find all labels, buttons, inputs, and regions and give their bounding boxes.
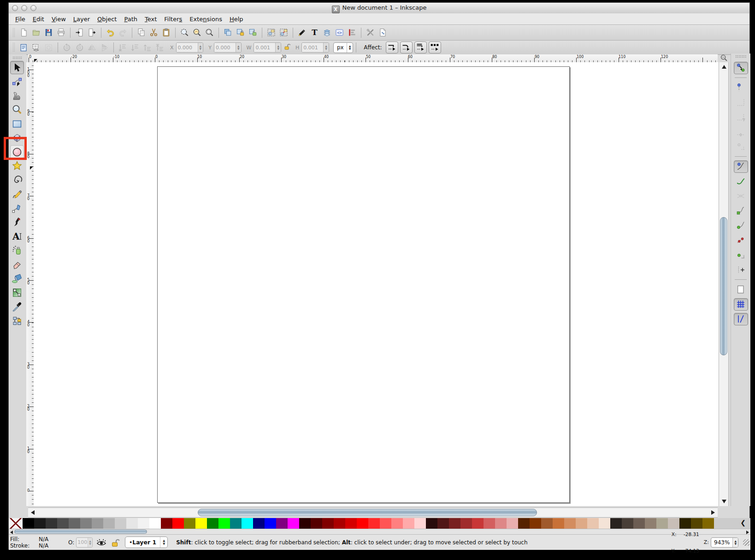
color-swatch[interactable] [391,518,403,529]
color-swatch[interactable] [345,518,357,529]
color-swatch[interactable] [645,518,656,529]
scale-corners-toggle[interactable] [400,41,413,53]
copy-button[interactable] [136,27,147,38]
x-field[interactable]: 0.000▲▼ [176,42,204,53]
spray-tool[interactable] [10,244,24,257]
connector-tool[interactable] [10,314,24,327]
ungroup-button[interactable] [278,27,289,38]
zoom-page-button[interactable] [204,27,215,38]
preferences-button[interactable] [365,27,376,38]
calligraphy-tool[interactable] [10,216,24,229]
align-dialog-button[interactable] [346,27,358,38]
stepper-icon[interactable]: ▲▼ [275,43,281,52]
open-document-button[interactable] [30,27,42,38]
color-swatch[interactable] [702,518,714,529]
color-swatch[interactable] [472,518,484,529]
create-clone-button[interactable] [235,27,246,38]
tweak-tool[interactable] [10,89,24,102]
scroll-left-arrow[interactable] [31,510,35,515]
duplicate-button[interactable] [222,27,234,38]
no-color-swatch[interactable] [9,518,23,529]
zoom-field[interactable]: 943%▲▼ [711,537,738,548]
titlebar[interactable]: XNew document 1 – Inkscape [9,3,749,14]
canvas[interactable] [34,62,719,506]
select-all-layers-button[interactable] [30,42,42,53]
paint-bucket-tool[interactable] [10,272,24,285]
menu-object[interactable]: Object [94,15,120,24]
color-swatch[interactable] [195,518,207,529]
lock-ratio-icon[interactable] [283,43,292,52]
width-field[interactable]: 0.001▲▼ [254,42,281,53]
color-swatch[interactable] [656,518,668,529]
unlink-clone-button[interactable] [247,27,259,38]
move-gradients-toggle[interactable] [414,41,427,53]
zoom-drawing-button[interactable] [191,27,203,38]
stepper-icon[interactable]: ▲▼ [323,43,329,52]
stepper-icon[interactable]: ▲▼ [732,538,738,547]
layers-dialog-button[interactable] [321,27,333,38]
snap-nodes-toggle[interactable] [734,160,748,173]
color-swatch[interactable] [576,518,587,529]
scroll-up-arrow[interactable] [722,65,726,69]
document-page[interactable] [157,66,570,503]
color-swatch[interactable] [288,518,299,529]
color-swatch[interactable] [172,518,184,529]
menu-extensions[interactable]: Extensions [186,15,226,24]
toolbox-grip[interactable] [12,56,23,59]
snap-midpoints-toggle[interactable] [734,234,748,247]
color-swatch[interactable] [357,518,368,529]
snap-page-border-toggle[interactable] [734,283,748,296]
snap-enable-toggle[interactable] [734,62,748,74]
unit-select[interactable]: px▲▼ [333,42,353,53]
text-tool[interactable]: A [10,230,24,243]
color-swatch[interactable] [541,518,553,529]
zoom-tool[interactable] [10,103,24,117]
star-tool[interactable] [10,159,24,173]
color-swatch[interactable] [460,518,472,529]
horizontal-scrollbar[interactable] [28,507,718,518]
vertical-scroll-thumb[interactable] [720,217,727,355]
toolbar-grip[interactable] [12,42,16,53]
color-swatch[interactable] [449,518,460,529]
color-swatch[interactable] [610,518,622,529]
snap-grids-toggle[interactable] [734,298,748,311]
menu-filters[interactable]: Filters [160,15,186,24]
layer-select[interactable]: •Layer 1 ▲▼ [125,536,168,548]
toolbar-grip[interactable] [12,28,16,38]
color-swatch[interactable] [437,518,449,529]
y-field[interactable]: 0.000▲▼ [214,42,242,53]
menu-view[interactable]: View [48,15,70,24]
new-document-button[interactable] [18,27,29,38]
spiral-tool[interactable] [10,173,24,187]
rectangle-tool[interactable] [10,117,24,130]
color-swatch[interactable] [161,518,172,529]
color-swatch[interactable] [149,518,161,529]
color-swatch[interactable] [484,518,495,529]
document-properties-button[interactable] [377,27,389,38]
stepper-icon[interactable]: ▲▼ [88,538,92,547]
palette-scrollbar[interactable] [9,529,750,535]
color-swatch[interactable] [265,518,276,529]
horizontal-ruler[interactable]: 0-20-100102030405060708090100110120 [28,54,718,63]
color-swatch[interactable] [230,518,242,529]
print-button[interactable] [55,27,67,38]
menu-layer[interactable]: Layer [70,15,94,24]
layer-visibility-eye-icon[interactable] [96,538,106,547]
snap-paths-toggle[interactable] [734,175,748,188]
snap-guides-toggle[interactable] [734,313,748,325]
color-swatch[interactable] [138,518,149,529]
color-swatch[interactable] [218,518,230,529]
text-dialog-button[interactable]: T [309,27,320,38]
dropper-tool[interactable] [10,300,24,313]
layer-lock-icon[interactable] [110,538,120,547]
snap-rotation-centers-toggle[interactable] [734,264,748,276]
color-swatch[interactable] [530,518,541,529]
window-resize-grip[interactable] [743,539,749,546]
snap-smooth-nodes-toggle[interactable] [734,219,748,232]
color-swatch[interactable] [103,518,115,529]
color-swatch[interactable] [403,518,414,529]
color-swatch[interactable] [80,518,92,529]
gradient-tool[interactable] [10,286,24,299]
fill-stroke-indicator[interactable]: Fill:N/A Stroke:N/A [9,536,62,549]
color-swatch[interactable] [633,518,645,529]
